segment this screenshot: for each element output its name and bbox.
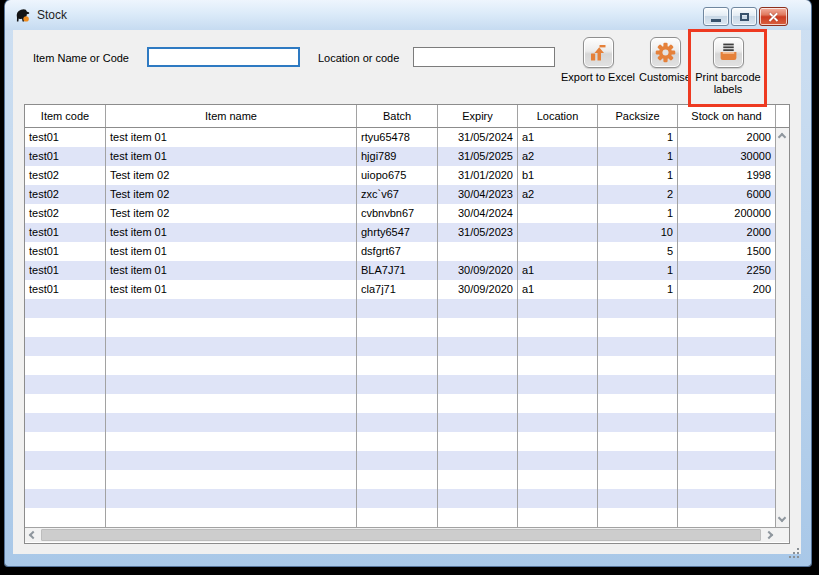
close-icon [768,11,779,22]
table-row-empty[interactable] [25,337,776,356]
table-row[interactable]: test01test item 01rtyu6547831/05/2024a11… [25,128,776,147]
table-row[interactable]: test01test item 01dsfgrt6751500 [25,242,776,261]
table-row-empty[interactable] [25,470,776,489]
cell-expiry [438,337,518,356]
maximize-button[interactable] [731,7,757,26]
minimize-button[interactable] [703,7,729,26]
cell-expiry [438,413,518,432]
cell-item_code: test01 [25,147,106,166]
cell-location [518,242,598,261]
column-header-item_code[interactable]: Item code [25,105,106,127]
cell-item_code: test01 [25,261,106,280]
cell-item_name: test item 01 [106,128,357,147]
table-row-empty[interactable] [25,489,776,508]
cell-item_code: test01 [25,128,106,147]
column-header-batch[interactable]: Batch [357,105,438,127]
customise-button[interactable] [650,37,681,68]
cell-packsize [598,299,678,318]
column-header-expiry[interactable]: Expiry [438,105,518,127]
cell-item_name: test item 01 [106,223,357,242]
cell-expiry: 31/05/2023 [438,223,518,242]
cell-item_code [25,451,106,470]
cell-expiry: 30/09/2020 [438,261,518,280]
table-row[interactable]: test02Test item 02cvbnvbn6730/04/2024120… [25,204,776,223]
column-header-stock_on_hand[interactable]: Stock on hand [678,105,776,127]
cell-location [518,432,598,451]
location-filter-input[interactable] [413,47,555,67]
cell-item_code [25,489,106,508]
cell-location: a2 [518,185,598,204]
cell-location [518,299,598,318]
cell-batch [357,508,438,527]
horizontal-scrollbar-thumb[interactable] [41,529,761,541]
scroll-right-icon[interactable] [765,531,773,539]
cell-location [518,204,598,223]
cell-expiry [438,318,518,337]
cell-stock_on_hand: 2000 [678,223,776,242]
cell-expiry [438,242,518,261]
cell-stock_on_hand [678,508,776,527]
close-button[interactable] [759,7,788,26]
cell-location: b1 [518,166,598,185]
table-row[interactable]: test01test item 01ghrty654731/05/2023102… [25,223,776,242]
cell-item_name [106,451,357,470]
cell-batch: zxc`v67 [357,185,438,204]
column-header-item_name[interactable]: Item name [106,105,357,127]
vertical-scrollbar[interactable] [776,128,789,527]
cell-location [518,508,598,527]
table-row-empty[interactable] [25,413,776,432]
cell-item_name [106,470,357,489]
cell-packsize [598,375,678,394]
title-bar[interactable]: Stock [5,0,811,30]
export-to-excel-button[interactable] [583,37,614,68]
cell-batch: uiopo675 [357,166,438,185]
table-row[interactable]: test01test item 01hjgi78931/05/2025a2130… [25,147,776,166]
cell-packsize: 5 [598,242,678,261]
cell-expiry [438,451,518,470]
table-row[interactable]: test01test item 01BLA7J7130/09/2020a1122… [25,261,776,280]
item-filter-input[interactable] [147,47,300,67]
table-row-empty[interactable] [25,375,776,394]
cell-packsize [598,508,678,527]
table-row[interactable]: test01test item 01cla7j7130/09/2020a1120… [25,280,776,299]
table-row-empty[interactable] [25,432,776,451]
window-title: Stock [37,8,67,22]
cell-batch: dsfgrt67 [357,242,438,261]
cell-packsize: 1 [598,204,678,223]
table-row-empty[interactable] [25,299,776,318]
cell-item_code: test01 [25,242,106,261]
cell-batch [357,451,438,470]
cell-stock_on_hand [678,470,776,489]
cell-item_name: Test item 02 [106,204,357,223]
table-row-empty[interactable] [25,508,776,527]
print-barcode-labels-button[interactable] [713,37,744,68]
table-row[interactable]: test02Test item 02uiopo67531/01/2020b111… [25,166,776,185]
cell-item_code [25,470,106,489]
column-header-location[interactable]: Location [518,105,598,127]
cell-stock_on_hand [678,356,776,375]
cell-item_code: test01 [25,223,106,242]
cell-stock_on_hand: 2250 [678,261,776,280]
table-row-empty[interactable] [25,356,776,375]
cell-packsize [598,413,678,432]
cell-expiry [438,508,518,527]
resize-grip[interactable] [789,548,791,550]
scroll-left-icon[interactable] [29,531,37,539]
scroll-up-icon[interactable] [777,133,785,141]
cell-item_name: Test item 02 [106,166,357,185]
column-header-packsize[interactable]: Packsize [598,105,678,127]
table-row[interactable]: test02Test item 02zxc`v6730/04/2023a2260… [25,185,776,204]
stock-window: Stock Item Name or Code Location or code [5,0,811,566]
cell-item_name [106,432,357,451]
cell-batch [357,337,438,356]
cell-location [518,337,598,356]
table-row-empty[interactable] [25,318,776,337]
scroll-down-icon[interactable] [777,514,785,522]
cell-packsize: 1 [598,166,678,185]
horizontal-scrollbar[interactable] [25,527,789,542]
table-row-empty[interactable] [25,394,776,413]
table-row-empty[interactable] [25,451,776,470]
cell-expiry: 31/05/2025 [438,147,518,166]
cell-item_code [25,413,106,432]
cell-packsize: 2 [598,185,678,204]
